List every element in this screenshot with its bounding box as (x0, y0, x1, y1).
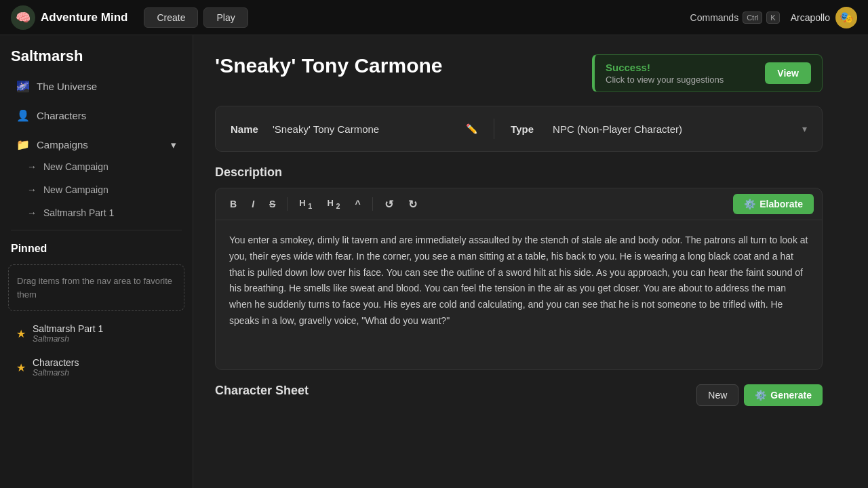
sub-item-label-3: Saltmarsh Part 1 (43, 207, 114, 218)
h2-button[interactable]: H 2 (321, 195, 346, 214)
sub-item-label-1: New Campaign (43, 161, 108, 172)
sidebar-sub-new-campaign-2[interactable]: → New Campaign (5, 179, 187, 201)
italic-button[interactable]: I (245, 195, 260, 213)
success-banner: Success! Click to view your suggestions … (592, 54, 823, 92)
pinned-item-saltmarsh[interactable]: ★ Saltmarsh Part 1 Saltmarsh (5, 318, 187, 349)
char-sheet-header: Character Sheet New ⚙️ Generate (215, 384, 823, 406)
sidebar-item-characters-label: Characters (37, 110, 86, 121)
star-icon-1: ★ (16, 327, 26, 340)
content-inner: 'Sneaky' Tony Carmone Success! Click to … (193, 35, 844, 425)
sidebar-item-universe[interactable]: 🌌 The Universe (5, 73, 187, 100)
arrow-icon-1: → (27, 161, 37, 172)
characters-icon: 👤 (16, 109, 30, 122)
view-button[interactable]: View (765, 62, 811, 84)
name-field: Name ✏️ (231, 123, 477, 135)
form-divider (494, 119, 494, 139)
generate-icon: ⚙️ (755, 390, 766, 401)
campaigns-label: Campaigns (37, 139, 88, 150)
type-field: Type NPC (Non-Player Character) ▾ (511, 123, 807, 135)
caret-button[interactable]: ^ (349, 195, 366, 213)
app-title: Adventure Mind (41, 11, 127, 24)
sidebar-divider (11, 230, 182, 230)
user-name: Arcapollo (791, 12, 830, 23)
campaigns-chevron: ▾ (171, 139, 176, 151)
success-subtitle: Click to view your suggestions (606, 75, 757, 85)
name-input[interactable] (273, 123, 458, 135)
topnav-right: Commands Ctrl K Arcapollo 🎭 (690, 7, 857, 28)
sidebar-item-characters[interactable]: 👤 Characters (5, 102, 187, 129)
pinned-item-sub-1: Saltmarsh (33, 334, 103, 344)
generate-label: Generate (770, 390, 812, 401)
strikethrough-button[interactable]: S (263, 195, 281, 213)
star-icon-2: ★ (16, 361, 26, 374)
chevron-down-icon: ▾ (802, 123, 807, 134)
success-title: Success! (606, 62, 757, 73)
editor-toolbar: B I S H 1 H 2 ^ ↺ ↻ ⚙️ Elaborate (216, 188, 822, 220)
generate-button[interactable]: ⚙️ Generate (744, 384, 823, 406)
universe-icon: 🌌 (16, 80, 30, 93)
sidebar-campaigns-section[interactable]: 📁 Campaigns ▾ (5, 131, 187, 154)
pinned-item-name-1: Saltmarsh Part 1 (33, 323, 103, 334)
elaborate-icon: ⚙️ (744, 199, 755, 209)
content-area: 'Sneaky' Tony Carmone Success! Click to … (193, 35, 868, 488)
main-layout: Saltmarsh 🌌 The Universe 👤 Characters 📁 … (0, 35, 868, 488)
type-label: Type (511, 123, 545, 135)
h1-button[interactable]: H 1 (293, 195, 318, 214)
sidebar: Saltmarsh 🌌 The Universe 👤 Characters 📁 … (0, 35, 193, 488)
campaigns-icon: 📁 (16, 138, 30, 151)
sidebar-sub-new-campaign-1[interactable]: → New Campaign (5, 156, 187, 178)
toolbar-separator-2 (372, 197, 373, 211)
edit-icon[interactable]: ✏️ (466, 123, 477, 134)
kbd-k: K (766, 12, 779, 24)
page-title: 'Sneaky' Tony Carmone (215, 54, 442, 77)
type-select[interactable]: NPC (Non-Player Character) (553, 123, 794, 135)
commands-button[interactable]: Commands Ctrl K (690, 12, 780, 24)
elaborate-label: Elaborate (760, 199, 803, 209)
page-header: 'Sneaky' Tony Carmone Success! Click to … (215, 54, 823, 92)
description-section-title: Description (215, 165, 823, 180)
char-sheet-title: Character Sheet (215, 384, 309, 398)
user-area[interactable]: Arcapollo 🎭 (791, 7, 857, 28)
pinned-item-characters[interactable]: ★ Characters Saltmarsh (5, 352, 187, 383)
undo-button[interactable]: ↺ (378, 195, 399, 214)
app-logo: 🧠 Adventure Mind (11, 5, 127, 30)
topnav: 🧠 Adventure Mind Create Play Commands Ct… (0, 0, 868, 35)
pinned-item-name-2: Characters (33, 357, 79, 368)
sidebar-item-universe-label: The Universe (37, 81, 97, 92)
user-avatar: 🎭 (835, 7, 857, 28)
name-label: Name (231, 123, 264, 135)
sidebar-sub-saltmarsh-part1[interactable]: → Saltmarsh Part 1 (5, 202, 187, 224)
elaborate-button[interactable]: ⚙️ Elaborate (733, 194, 814, 214)
sub-item-label-2: New Campaign (43, 184, 108, 195)
arrow-icon-2: → (27, 184, 37, 195)
create-button[interactable]: Create (144, 7, 198, 28)
bold-button[interactable]: B (224, 195, 243, 213)
toolbar-separator-1 (287, 197, 288, 211)
kbd-ctrl: Ctrl (743, 12, 762, 24)
play-button[interactable]: Play (203, 7, 248, 28)
arrow-icon-3: → (27, 207, 37, 218)
logo-icon: 🧠 (11, 5, 35, 30)
pinned-item-sub-2: Saltmarsh (33, 368, 79, 378)
sidebar-campaign-title: Saltmarsh (0, 35, 193, 72)
redo-button[interactable]: ↻ (402, 195, 423, 214)
drag-hint: Drag items from the nav area to favorite… (8, 264, 184, 311)
name-type-card: Name ✏️ Type NPC (Non-Player Character) … (215, 106, 823, 152)
new-button[interactable]: New (696, 384, 738, 406)
editor-content[interactable]: You enter a smokey, dimly lit tavern and… (216, 220, 822, 369)
topnav-center-buttons: Create Play (144, 7, 248, 28)
editor-card: B I S H 1 H 2 ^ ↺ ↻ ⚙️ Elaborate You ent… (215, 188, 823, 370)
pinned-title: Pinned (0, 236, 193, 259)
